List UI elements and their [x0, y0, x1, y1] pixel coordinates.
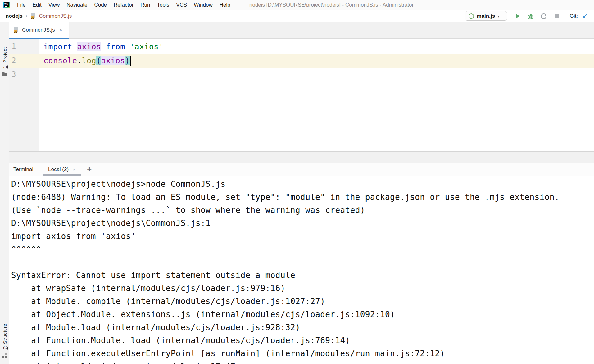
terminal-line: import axios from 'axios' — [11, 230, 594, 243]
terminal-line — [11, 256, 594, 269]
code-editor[interactable]: 1 2 3 import axios from 'axios' console.… — [9, 39, 594, 151]
terminal-line: at Function.Module._load (internal/modul… — [11, 334, 594, 347]
window-title: nodejs [D:\MYSOURSE\project\nodejs] - Co… — [249, 0, 414, 10]
folder-icon — [2, 71, 7, 76]
run-button[interactable] — [514, 12, 522, 20]
terminal-line: at Function.executeUserEntryPoint [as ru… — [11, 347, 594, 360]
debug-button[interactable] — [527, 12, 535, 20]
terminal-line: at Module.load (internal/modules/cjs/loa… — [11, 321, 594, 334]
structure-tool-label: 7: Structure — [2, 324, 7, 350]
tab-commonjs[interactable]: JS CommonJS.js × — [9, 22, 69, 39]
new-terminal-button[interactable]: + — [87, 163, 92, 176]
git-update-project-button[interactable] — [581, 12, 589, 20]
text-caret — [130, 56, 131, 66]
structure-icon — [2, 353, 7, 358]
menu-run[interactable]: Run — [137, 2, 153, 8]
navigation-toolbar: nodejs › JS CommonJS.js main.js ▾ — [0, 10, 594, 22]
menu-file[interactable]: File — [14, 2, 29, 8]
ide-window: WS File Edit View Navigate Code Refactor… — [0, 0, 594, 364]
terminal-line: at Module._compile (internal/modules/cjs… — [11, 295, 594, 308]
nodejs-icon — [468, 13, 474, 20]
menu-view[interactable]: View — [45, 2, 63, 8]
git-label: Git: — [570, 13, 578, 19]
menu-edit[interactable]: Edit — [29, 2, 45, 8]
run-configuration-combo[interactable]: main.js ▾ — [465, 11, 507, 21]
menu-help[interactable]: Help — [216, 2, 234, 8]
breadcrumb-project[interactable]: nodejs — [6, 13, 23, 19]
menu-window[interactable]: Window — [190, 2, 216, 8]
terminal-line: at internal/main/run_main_module.js:17:4… — [11, 360, 594, 364]
menu-bar: WS File Edit View Navigate Code Refactor… — [0, 0, 594, 10]
main-menu: File Edit View Navigate Code Refactor Ru… — [14, 2, 234, 8]
terminal-line: at wrapSafe (internal/modules/cjs/loader… — [11, 282, 594, 295]
breadcrumb-file[interactable]: CommonJS.js — [39, 13, 72, 19]
close-icon[interactable]: × — [73, 167, 75, 172]
menu-navigate[interactable]: Navigate — [63, 2, 91, 8]
chevron-right-icon: › — [25, 12, 28, 19]
run-with-coverage-button[interactable] — [540, 12, 548, 20]
editor-tab-bar: JS CommonJS.js × — [9, 22, 594, 39]
terminal-line: at Object.Module._extensions..js (intern… — [11, 308, 594, 321]
menu-refactor[interactable]: Refactor — [110, 2, 137, 8]
toolbar-separator — [565, 12, 565, 20]
code-line-3[interactable] — [39, 68, 594, 82]
terminal-line: ^^^^^^ — [11, 243, 594, 256]
svg-text:JS: JS — [31, 16, 34, 19]
line-number: 3 — [9, 68, 28, 82]
tool-window-project-button[interactable]: 1: Project — [0, 47, 9, 76]
svg-text:JS: JS — [14, 30, 17, 33]
terminal-line: (node:6488) Warning: To load an ES modul… — [11, 191, 594, 204]
menu-code[interactable]: Code — [91, 2, 110, 8]
terminal-line: D:\MYSOURSE\project\nodejs\CommonJS.js:1 — [11, 217, 594, 230]
js-file-icon: JS — [13, 26, 20, 34]
terminal-header: Terminal: Local (2) × + — [9, 163, 594, 176]
terminal-tab-local[interactable]: Local (2) × — [43, 163, 81, 176]
tool-window-strip: 1: Project 7: Structure — [0, 22, 9, 364]
terminal-line: (Use `node --trace-warnings ...` to show… — [11, 204, 594, 217]
close-icon[interactable]: × — [59, 27, 62, 33]
breadcrumb: nodejs › JS CommonJS.js — [6, 10, 72, 22]
run-configuration-name: main.js — [477, 13, 495, 19]
terminal-output[interactable]: D:\MYSOURSE\project\nodejs>node CommonJS… — [9, 176, 594, 364]
terminal-line: D:\MYSOURSE\project\nodejs>node CommonJS… — [11, 178, 594, 191]
project-tool-label: 1: Project — [2, 47, 7, 68]
menu-tools[interactable]: Tools — [154, 2, 173, 8]
tool-window-structure-button[interactable]: 7: Structure — [0, 324, 9, 358]
terminal-line: SyntaxError: Cannot use import statement… — [11, 269, 594, 282]
editor-terminal-splitter[interactable] — [9, 151, 594, 163]
tab-title: CommonJS.js — [22, 27, 55, 33]
terminal-label: Terminal: — [13, 166, 35, 173]
run-toolbar: main.js ▾ — [465, 10, 589, 22]
code-line-2[interactable]: console.log(axios) — [39, 54, 594, 68]
code-line-1[interactable]: import axios from 'axios' — [39, 40, 594, 54]
chevron-down-icon: ▾ — [497, 14, 500, 19]
line-number: 1 — [9, 40, 28, 54]
line-number: 2 — [9, 54, 28, 68]
webstorm-logo-icon: WS — [3, 2, 10, 8]
menu-vcs[interactable]: VCS — [173, 2, 190, 8]
js-file-icon: JS — [30, 12, 37, 20]
stop-button[interactable] — [553, 12, 561, 20]
